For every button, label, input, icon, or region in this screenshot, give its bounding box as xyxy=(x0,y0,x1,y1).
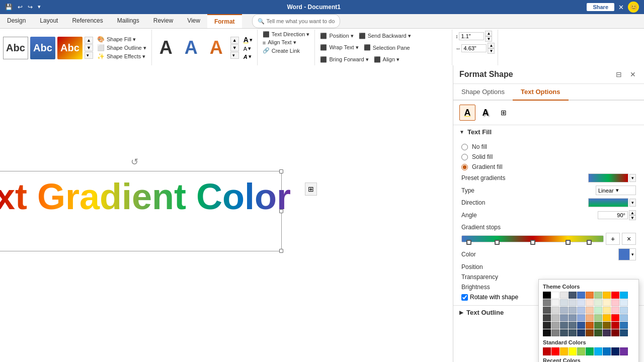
save-icon[interactable]: 💾 xyxy=(5,4,13,11)
standard-color-cell[interactable] xyxy=(586,347,594,355)
direction-arrow[interactable]: ▾ xyxy=(629,199,636,207)
shape-style-2[interactable]: Abc xyxy=(30,37,55,59)
theme-color-cell[interactable] xyxy=(560,329,568,336)
theme-color-cell[interactable] xyxy=(603,299,611,306)
theme-color-cell[interactable] xyxy=(569,307,577,314)
angle-spin-up[interactable]: ▲ xyxy=(629,210,636,215)
tab-mailings[interactable]: Mailings xyxy=(110,14,146,28)
theme-color-cell[interactable] xyxy=(594,299,602,306)
close-icon[interactable]: ✕ xyxy=(618,4,624,11)
theme-color-cell[interactable] xyxy=(586,307,594,314)
theme-color-cell[interactable] xyxy=(594,322,602,329)
add-gradient-stop-button[interactable]: + xyxy=(606,233,620,245)
theme-color-cell[interactable] xyxy=(543,322,551,329)
handle-bottom-right[interactable] xyxy=(279,249,283,253)
width-spin-up[interactable]: ▲ xyxy=(488,43,495,48)
wrap-text-button[interactable]: ⬛ Wrap Text ▾ xyxy=(318,44,360,51)
gradient-fill-radio[interactable] xyxy=(461,164,468,170)
theme-color-cell[interactable] xyxy=(551,314,559,321)
type-dropdown[interactable]: Linear ▾ xyxy=(596,186,636,195)
theme-color-cell[interactable] xyxy=(543,314,551,321)
gradient-stop-5[interactable] xyxy=(587,240,592,245)
standard-color-cell[interactable] xyxy=(551,347,559,355)
theme-color-cell[interactable] xyxy=(603,314,611,321)
height-spin-up[interactable]: ▲ xyxy=(485,31,492,36)
tab-shape-options[interactable]: Shape Options xyxy=(453,84,513,100)
theme-color-cell[interactable] xyxy=(551,307,559,314)
theme-color-cell[interactable] xyxy=(620,322,628,329)
tab-references[interactable]: References xyxy=(65,14,110,28)
wordart-a-plain[interactable]: A xyxy=(155,37,177,59)
theme-color-cell[interactable] xyxy=(586,292,594,299)
theme-color-cell[interactable] xyxy=(586,329,594,336)
theme-color-cell[interactable] xyxy=(611,314,619,321)
position-button[interactable]: ⬛ Position ▾ xyxy=(318,32,355,40)
no-fill-radio[interactable] xyxy=(461,144,468,150)
theme-color-cell[interactable] xyxy=(551,299,559,306)
canvas-text[interactable]: xt Gradient Color xyxy=(0,176,291,217)
theme-color-cell[interactable] xyxy=(569,292,577,299)
shape-style-1[interactable]: Abc xyxy=(3,37,28,59)
text-fill-type-icon[interactable]: A xyxy=(459,105,475,121)
standard-color-cell[interactable] xyxy=(611,347,619,355)
shape-styles-scroll-down[interactable]: ▼ xyxy=(85,44,93,51)
tab-layout[interactable]: Layout xyxy=(33,14,65,28)
theme-color-cell[interactable] xyxy=(543,307,551,314)
theme-color-cell[interactable] xyxy=(577,307,585,314)
rotate-checkbox[interactable] xyxy=(461,294,468,301)
tab-design[interactable]: Design xyxy=(0,14,33,28)
theme-color-cell[interactable] xyxy=(611,307,619,314)
panel-close-icon[interactable]: ✕ xyxy=(628,69,638,79)
gradient-stop-2[interactable] xyxy=(495,240,500,245)
theme-color-cell[interactable] xyxy=(577,322,585,329)
bring-forward-button[interactable]: ⬛ Bring Forward ▾ xyxy=(318,56,370,63)
theme-color-cell[interactable] xyxy=(603,307,611,314)
wordart-more[interactable]: ▾ xyxy=(230,52,239,59)
tab-format[interactable]: Format xyxy=(207,14,242,28)
theme-color-cell[interactable] xyxy=(594,314,602,321)
layout-float-icon[interactable]: ⊞ xyxy=(305,183,317,196)
theme-color-cell[interactable] xyxy=(543,329,551,336)
align-text-button[interactable]: ≡ Align Text ▾ xyxy=(261,39,298,46)
theme-color-cell[interactable] xyxy=(560,322,568,329)
text-fill-section-header[interactable]: ▼ Text Fill xyxy=(453,125,644,139)
shape-styles-more[interactable]: ▾ xyxy=(85,52,93,59)
standard-color-cell[interactable] xyxy=(543,347,551,355)
theme-color-cell[interactable] xyxy=(620,307,628,314)
width-spin-down[interactable]: ▼ xyxy=(488,48,495,54)
gradient-stop-4[interactable] xyxy=(566,240,571,245)
height-input[interactable] xyxy=(459,32,484,40)
customize-icon[interactable]: ▾ xyxy=(38,4,41,11)
theme-color-cell[interactable] xyxy=(560,292,568,299)
theme-color-cell[interactable] xyxy=(594,307,602,314)
undo-icon[interactable]: ↩ xyxy=(18,4,23,11)
theme-color-cell[interactable] xyxy=(611,299,619,306)
theme-color-cell[interactable] xyxy=(569,329,577,336)
color-picker-button[interactable]: ▾ xyxy=(618,248,636,260)
tab-view[interactable]: View xyxy=(180,14,207,28)
theme-color-cell[interactable] xyxy=(586,299,594,306)
preset-gradients-arrow[interactable]: ▾ xyxy=(629,174,636,182)
theme-color-cell[interactable] xyxy=(603,322,611,329)
theme-color-cell[interactable] xyxy=(594,292,602,299)
theme-color-cell[interactable] xyxy=(620,292,628,299)
width-input[interactable] xyxy=(461,44,487,52)
tab-text-options[interactable]: Text Options xyxy=(513,84,568,101)
tell-me-bar[interactable]: 🔍 Tell me what you want to do xyxy=(252,14,341,28)
redo-icon[interactable]: ↪ xyxy=(28,4,33,11)
tab-review[interactable]: Review xyxy=(146,14,180,28)
theme-color-cell[interactable] xyxy=(611,322,619,329)
theme-color-cell[interactable] xyxy=(620,299,628,306)
standard-color-cell[interactable] xyxy=(577,347,585,355)
shape-fill-button[interactable]: 🎨 Shape Fill ▾ xyxy=(95,35,148,43)
shape-style-3[interactable]: Abc xyxy=(57,37,83,59)
theme-color-cell[interactable] xyxy=(620,329,628,336)
text-effects-button[interactable]: A ▾ xyxy=(242,53,254,60)
panel-collapse-icon[interactable]: ⊟ xyxy=(614,69,624,79)
theme-color-cell[interactable] xyxy=(577,299,585,306)
standard-color-cell[interactable] xyxy=(569,347,577,355)
gradient-stop-1[interactable] xyxy=(466,240,471,245)
theme-color-cell[interactable] xyxy=(543,292,551,299)
wordart-scroll-up[interactable]: ▲ xyxy=(230,37,239,44)
theme-color-cell[interactable] xyxy=(551,292,559,299)
